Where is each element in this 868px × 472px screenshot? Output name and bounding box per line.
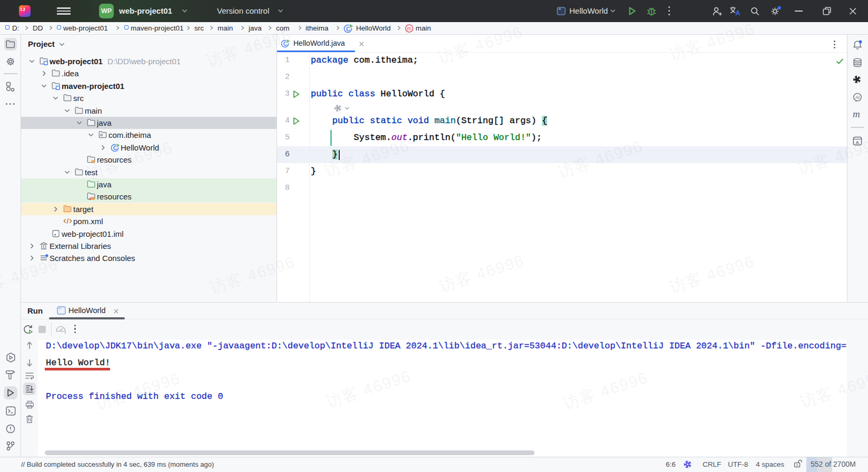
svg-text:A: A [855,140,859,145]
svg-text:A: A [735,9,741,16]
svg-text:m: m [407,26,411,32]
svg-text:AI: AI [855,95,860,100]
